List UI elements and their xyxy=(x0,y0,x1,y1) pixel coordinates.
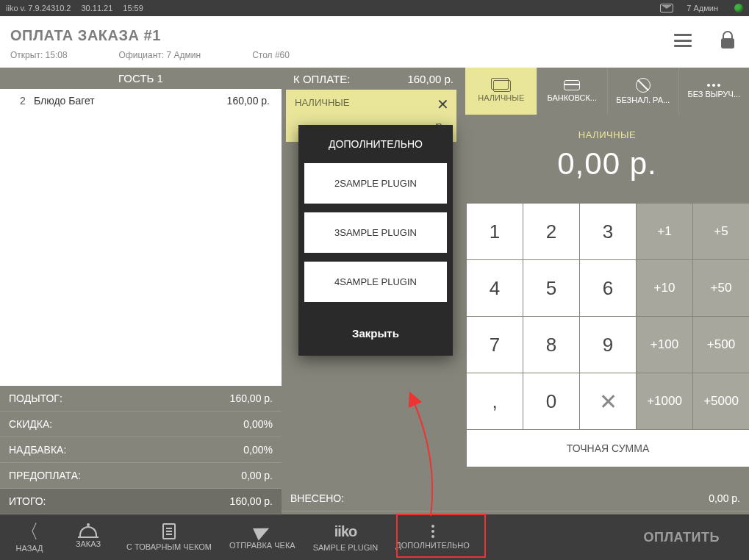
send-receipt-button[interactable]: ОТПРАВКА ЧЕКА xyxy=(221,514,304,560)
key-2[interactable]: 2 xyxy=(523,204,579,259)
page-title: ОПЛАТА ЗАКАЗА #1 xyxy=(10,27,739,44)
order-summary: ПОДЫТОГ:160,00 р. СКИДКА:0,00% НАДБАВКА:… xyxy=(0,386,282,514)
topay-value: 160,00 р. xyxy=(407,73,454,85)
item-qty: 2 xyxy=(12,95,34,107)
key-8[interactable]: 8 xyxy=(523,317,579,373)
key-3[interactable]: 3 xyxy=(580,204,636,259)
exact-amount-button[interactable]: ТОЧНАЯ СУММА xyxy=(467,430,749,467)
key-9[interactable]: 9 xyxy=(580,317,636,373)
key-plus1000[interactable]: +1000 xyxy=(637,373,692,429)
surcharge-label: НАДБАВКА: xyxy=(9,444,66,456)
paytype-more[interactable]: БЕЗ ВЫРУЧ... xyxy=(678,68,750,115)
modal-close-button[interactable]: Закрыть xyxy=(298,311,453,356)
subtotal-value: 160,00 р. xyxy=(230,392,273,404)
paytype-card[interactable]: БАНКОВСК... xyxy=(537,68,608,115)
item-price: 160,00 р. xyxy=(211,95,270,107)
ban-icon xyxy=(636,78,651,93)
status-date: 30.11.21 xyxy=(81,4,112,12)
key-1[interactable]: 1 xyxy=(467,204,523,259)
table-number: Стол #60 xyxy=(252,50,290,60)
key-comma[interactable]: , xyxy=(467,373,523,429)
total-value: 160,00 р. xyxy=(230,495,273,507)
connection-status-icon xyxy=(734,4,743,12)
surcharge-value: 0,00% xyxy=(243,444,273,456)
order-item[interactable]: 2 Блюдо Багет 160,00 р. xyxy=(0,89,282,112)
iiko-logo-icon: iiko xyxy=(334,523,356,540)
key-6[interactable]: 6 xyxy=(580,260,636,316)
key-4[interactable]: 4 xyxy=(467,260,523,316)
receipt-icon xyxy=(162,523,176,539)
payment-type-tabs: НАЛИЧНЫЕ БАНКОВСК... БЕЗНАЛ. РА... БЕЗ В… xyxy=(465,68,749,115)
app-version: iiko v. 7.9.24310.2 xyxy=(6,4,71,12)
key-clear[interactable]: ✕ xyxy=(580,373,636,429)
key-plus5[interactable]: +5 xyxy=(693,204,749,259)
back-button[interactable]: 〈НАЗАД xyxy=(0,514,59,560)
topay-label: К ОПЛАТЕ: xyxy=(293,73,350,85)
entered-value: 0,00 р. xyxy=(709,492,740,504)
cash-card-label: НАЛИЧНЫЕ xyxy=(295,97,349,108)
sample-plugin-button[interactable]: iikoSAMPLE PLUGIN xyxy=(304,514,387,560)
item-name: Блюдо Багет xyxy=(34,95,211,107)
discount-value: 0,00% xyxy=(243,418,273,430)
card-icon xyxy=(564,80,580,90)
send-icon xyxy=(253,523,272,541)
discount-label: СКИДКА: xyxy=(9,418,52,430)
key-plus10[interactable]: +10 xyxy=(637,260,692,316)
paytype-cash[interactable]: НАЛИЧНЫЕ xyxy=(465,68,537,115)
modal-title: ДОПОЛНИТЕЛЬНО xyxy=(298,125,453,163)
key-plus1[interactable]: +1 xyxy=(637,204,692,259)
bottom-toolbar: 〈НАЗАД ЗАКАЗ С ТОВАРНЫМ ЧЕКОМ ОТПРАВКА Ч… xyxy=(0,514,749,560)
statusbar: iiko v. 7.9.24310.2 30.11.21 15:59 7 Адм… xyxy=(0,0,749,16)
prepay-value: 0,00 р. xyxy=(241,470,273,481)
header: ОПЛАТА ЗАКАЗА #1 Открыт: 15:08 Официант:… xyxy=(0,16,749,68)
order-items: 2 Блюдо Багет 160,00 р. xyxy=(0,89,282,386)
total-label: ИТОГО: xyxy=(9,495,46,507)
order-panel: ГОСТЬ 1 2 Блюдо Багет 160,00 р. ПОДЫТОГ:… xyxy=(0,68,282,514)
amount-display: НАЛИЧНЫЕ 0,00 р. xyxy=(465,115,749,204)
prepay-label: ПРЕДОПЛАТА: xyxy=(9,470,81,481)
display-value: 0,00 р. xyxy=(465,146,749,182)
pay-button[interactable]: ОПЛАТИТЬ xyxy=(614,514,749,560)
receipt-button[interactable]: С ТОВАРНЫМ ЧЕКОМ xyxy=(118,514,221,560)
more-modal: ДОПОЛНИТЕЛЬНО 2SAMPLE PLUGIN 3SAMPLE PLU… xyxy=(298,125,453,356)
cloche-icon xyxy=(79,526,97,536)
chevron-left-icon: 〈 xyxy=(20,522,39,541)
dots-icon xyxy=(707,84,720,87)
entered-label: ВНЕСЕНО: xyxy=(290,492,344,504)
vertical-dots-icon xyxy=(431,525,434,538)
mail-icon[interactable] xyxy=(660,4,673,12)
status-time: 15:59 xyxy=(123,4,143,12)
key-0[interactable]: 0 xyxy=(523,373,579,429)
order-button[interactable]: ЗАКАЗ xyxy=(59,514,118,560)
menu-icon[interactable] xyxy=(674,34,692,47)
key-plus500[interactable]: +500 xyxy=(693,317,749,373)
display-label: НАЛИЧНЫЕ xyxy=(465,129,749,140)
status-user: 7 Админ xyxy=(687,4,718,12)
waiter-name: Официант: 7 Админ xyxy=(119,50,201,60)
modal-item-1[interactable]: 3SAMPLE PLUGIN xyxy=(304,212,447,253)
subtotal-label: ПОДЫТОГ: xyxy=(9,392,62,404)
close-icon[interactable]: ✕ xyxy=(437,96,449,113)
numeric-keypad: 1 2 3 +1 +5 4 5 6 +10 +50 7 8 9 +100 +50… xyxy=(465,204,749,486)
key-5[interactable]: 5 xyxy=(523,260,579,316)
paytype-noncash[interactable]: БЕЗНАЛ. РА... xyxy=(607,68,678,115)
key-plus100[interactable]: +100 xyxy=(637,317,692,373)
opened-time: Открыт: 15:08 xyxy=(10,50,68,60)
key-7[interactable]: 7 xyxy=(467,317,523,373)
modal-item-2[interactable]: 4SAMPLE PLUGIN xyxy=(304,262,447,302)
key-plus50[interactable]: +50 xyxy=(693,260,749,316)
more-button[interactable]: ДОПОЛНИТЕЛЬНО xyxy=(387,514,478,560)
lock-icon[interactable] xyxy=(721,32,734,49)
guest-tab[interactable]: ГОСТЬ 1 xyxy=(0,68,282,89)
key-plus5000[interactable]: +5000 xyxy=(693,373,749,429)
cash-icon xyxy=(493,80,509,90)
modal-item-0[interactable]: 2SAMPLE PLUGIN xyxy=(304,163,447,204)
